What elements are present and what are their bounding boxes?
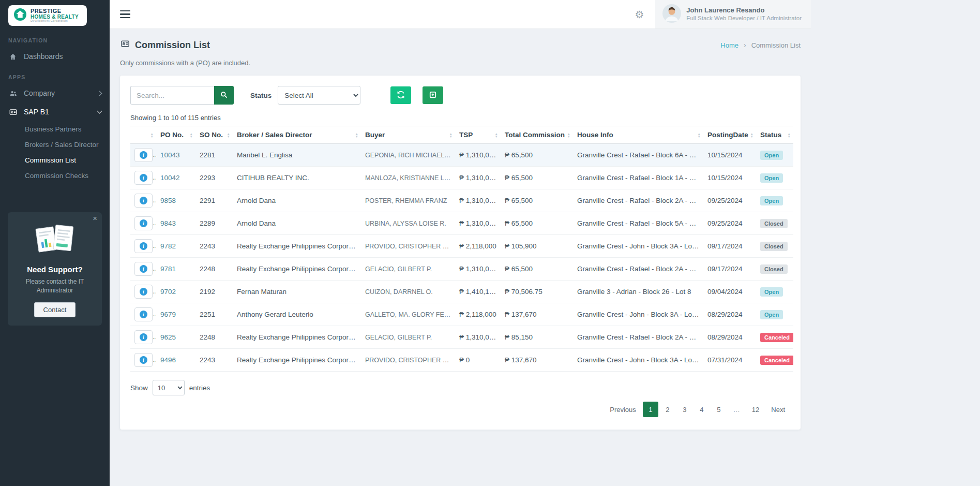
page-button-page-2[interactable]: 2	[660, 402, 675, 417]
house-info: Granville Crest - Rafael - Block 2A - Lo…	[573, 189, 703, 212]
row-details-button[interactable]: i	[134, 353, 153, 367]
info-cell: i	[130, 167, 156, 189]
info-cell: i	[130, 303, 156, 326]
broker-name: CITIHUB REALTY INC.	[233, 167, 361, 189]
so-number: 2248	[195, 326, 233, 349]
commission-value: ₱ 65,500	[501, 189, 573, 212]
info-icon: i	[140, 311, 147, 318]
column-header[interactable]: PO No.▲▼	[156, 126, 195, 144]
house-info: Granville Crest - John - Block 3A - Lot …	[573, 235, 703, 258]
page-content: Commission List Home › Commission List O…	[110, 29, 811, 486]
sidebar-subitem[interactable]: Commission Checks	[0, 168, 110, 183]
info-cell: i	[130, 212, 156, 235]
column-header[interactable]: Broker / Sales Director▲▼	[233, 126, 361, 144]
row-details-button[interactable]: i	[134, 216, 153, 230]
posting-date: 10/15/2024	[703, 167, 756, 189]
user-menu[interactable]: John Laurence Resando Full Stack Web Dev…	[655, 0, 811, 28]
page-button-page-4[interactable]: 4	[694, 402, 710, 417]
main-area: ⚙ John Laurence Resando Full Stack Web D…	[110, 0, 811, 486]
table-toolbar: Status Select All	[130, 86, 790, 105]
sidebar-item-dashboards[interactable]: Dashboards	[0, 47, 110, 66]
status-badge: Canceled	[760, 356, 793, 365]
table-header-row: ▲▼PO No.▲▼SO No.▲▼Broker / Sales Directo…	[130, 126, 793, 144]
sort-icon: ▲▼	[567, 132, 570, 138]
commission-value: ₱ 65,500	[501, 212, 573, 235]
house-info: Granville Crest - Rafael - Block 6A - Lo…	[573, 144, 703, 167]
column-header[interactable]: House Info▲▼	[573, 126, 703, 144]
showing-entries-text: Showing 1 to 10 of 115 entries	[130, 114, 790, 122]
status-badge: Open	[760, 287, 783, 297]
status-cell: Open	[756, 167, 793, 189]
row-details-button[interactable]: i	[134, 330, 153, 344]
page-button-page-12[interactable]: 12	[747, 402, 764, 417]
tsp-value: ₱ 2,118,000	[455, 235, 501, 258]
commission-card: Status Select All Show	[120, 76, 801, 430]
info-icon: i	[140, 174, 147, 182]
sidebar-subitem[interactable]: Brokers / Sales Director	[0, 137, 110, 152]
so-number: 2243	[195, 235, 233, 258]
column-header[interactable]: ▲▼	[130, 126, 156, 144]
page-button-previous[interactable]: Previous	[605, 402, 641, 417]
sidebar-item-sap-b1[interactable]: SAP B1	[0, 102, 110, 121]
page-button-page-5[interactable]: 5	[711, 402, 727, 417]
table-row: i98432289Arnold DanaURBINA, ALYSSA LOISE…	[130, 212, 793, 235]
po-number: 9858	[156, 189, 195, 212]
tsp-value: ₱ 1,310,000	[455, 258, 501, 281]
column-header[interactable]: PostingDate▲▼	[703, 126, 756, 144]
refresh-button[interactable]	[390, 86, 411, 104]
support-close-button[interactable]: ×	[93, 214, 97, 222]
page-button-page-3[interactable]: 3	[677, 402, 692, 417]
house-info: Granville 3 - Adrian - Block 26 - Lot 8	[573, 281, 703, 303]
gear-icon[interactable]: ⚙	[623, 8, 655, 21]
page-button-next[interactable]: Next	[766, 402, 790, 417]
hamburger-menu-icon[interactable]	[110, 10, 141, 19]
sidebar-item-label: Dashboards	[24, 52, 63, 61]
sidebar-subitem[interactable]: Commission List	[0, 152, 110, 168]
tsp-value: ₱ 1,310,000	[455, 144, 501, 167]
broker-name: Realty Exchange Philippines Corporation	[233, 326, 361, 349]
add-button[interactable]	[423, 86, 443, 104]
contact-button[interactable]: Contact	[34, 302, 76, 317]
search-icon	[220, 91, 228, 100]
page-size-select[interactable]: 10	[153, 380, 185, 395]
sort-icon: ▲▼	[449, 132, 453, 138]
column-header[interactable]: Status▲▼	[756, 126, 793, 144]
info-icon: i	[140, 197, 147, 204]
info-icon: i	[140, 265, 147, 273]
row-details-button[interactable]: i	[134, 148, 153, 162]
breadcrumb-home-link[interactable]: Home	[720, 41, 738, 49]
info-cell: i	[130, 326, 156, 349]
column-header[interactable]: Total Commission▲▼	[501, 126, 573, 144]
status-badge: Closed	[760, 219, 788, 228]
info-icon: i	[140, 151, 147, 159]
row-details-button[interactable]: i	[134, 239, 153, 253]
row-details-button[interactable]: i	[134, 171, 153, 185]
sort-icon: ▲▼	[355, 132, 358, 138]
brand[interactable]: PRESTIGE HOMES & REALTY Development Corp…	[0, 0, 110, 29]
column-header[interactable]: TSP▲▼	[455, 126, 501, 144]
buyer-name: GALLETO, MA. GLORY FE Q	[361, 303, 455, 326]
info-cell: i	[130, 144, 156, 167]
sidebar-item-company[interactable]: Company	[0, 84, 110, 102]
nav-section-navigation: NAVIGATION	[0, 29, 110, 47]
buyer-name: POSTER, RHEMMA FRANZ	[361, 189, 455, 212]
broker-name: Realty Exchange Philippines Corporation	[233, 235, 361, 258]
info-icon: i	[140, 333, 147, 341]
row-details-button[interactable]: i	[134, 262, 153, 276]
row-details-button[interactable]: i	[134, 307, 153, 321]
tsp-value: ₱ 0	[455, 349, 501, 372]
table-row: i94962243Realty Exchange Philippines Cor…	[130, 349, 793, 372]
column-header[interactable]: SO No.▲▼	[195, 126, 233, 144]
search-input[interactable]	[130, 86, 214, 105]
info-cell: i	[130, 281, 156, 303]
search-button[interactable]	[214, 86, 234, 105]
column-header[interactable]: Buyer▲▼	[361, 126, 455, 144]
sort-icon: ▲▼	[150, 132, 154, 138]
sidebar-subitem[interactable]: Business Partners	[0, 121, 110, 137]
po-number: 10042	[156, 167, 195, 189]
user-role: Full Stack Web Developer / IT Administra…	[686, 14, 802, 22]
status-filter-select[interactable]: Select All	[278, 86, 360, 105]
row-details-button[interactable]: i	[134, 285, 153, 299]
row-details-button[interactable]: i	[134, 194, 153, 208]
page-button-page-1[interactable]: 1	[643, 402, 658, 417]
